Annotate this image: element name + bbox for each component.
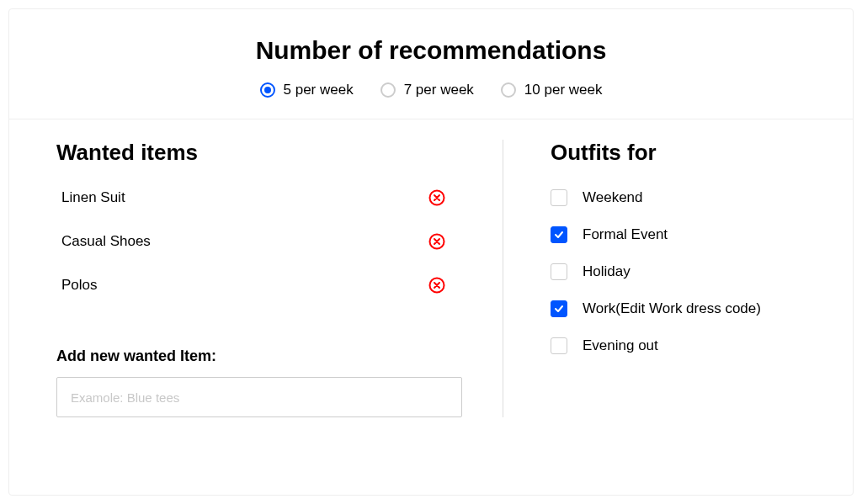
wanted-list: Linen Suit Casual Shoes Polos bbox=[56, 189, 462, 294]
outfits-list: Weekend Formal Event Holiday Wor bbox=[551, 189, 806, 354]
outfit-option-work[interactable]: Work(Edit Work dress code) bbox=[551, 300, 806, 317]
outfits-heading: Outfits for bbox=[551, 140, 806, 166]
wanted-item: Linen Suit bbox=[61, 189, 462, 206]
outfit-label: Formal Event bbox=[583, 226, 668, 243]
radio-label: 7 per week bbox=[404, 82, 474, 98]
checkbox-checked-icon bbox=[551, 226, 567, 243]
outfit-option-weekend[interactable]: Weekend bbox=[551, 189, 806, 206]
wanted-item: Casual Shoes bbox=[61, 233, 462, 250]
checkbox-checked-icon bbox=[551, 300, 567, 317]
settings-card: Number of recommendations 5 per week 7 p… bbox=[8, 8, 854, 496]
add-wanted-input[interactable] bbox=[56, 377, 462, 417]
radio-5-per-week[interactable]: 5 per week bbox=[260, 82, 354, 98]
remove-icon[interactable] bbox=[428, 233, 445, 250]
page-title: Number of recommendations bbox=[9, 36, 853, 65]
remove-icon[interactable] bbox=[428, 189, 445, 206]
radio-icon bbox=[380, 82, 396, 98]
wanted-item-name: Linen Suit bbox=[61, 189, 125, 206]
outfit-option-formal-event[interactable]: Formal Event bbox=[551, 226, 806, 243]
outfit-label: Weekend bbox=[583, 189, 643, 206]
radio-label: 5 per week bbox=[284, 82, 354, 98]
radio-icon bbox=[501, 82, 516, 98]
radio-7-per-week[interactable]: 7 per week bbox=[380, 82, 474, 98]
radio-10-per-week[interactable]: 10 per week bbox=[501, 82, 603, 98]
frequency-radio-group: 5 per week 7 per week 10 per week bbox=[9, 82, 853, 98]
recommendations-header: Number of recommendations 5 per week 7 p… bbox=[9, 36, 853, 119]
columns: Wanted items Linen Suit Casual Shoes Pol… bbox=[9, 119, 853, 417]
radio-label: 10 per week bbox=[524, 82, 603, 98]
outfit-label: Evening out bbox=[583, 337, 658, 354]
checkbox-icon bbox=[551, 189, 567, 206]
add-wanted-section: Add new wanted Item: bbox=[56, 347, 462, 417]
outfit-option-evening-out[interactable]: Evening out bbox=[551, 337, 806, 354]
wanted-item: Polos bbox=[61, 277, 462, 294]
checkbox-icon bbox=[551, 337, 567, 354]
checkbox-icon bbox=[551, 263, 567, 280]
radio-icon bbox=[260, 82, 275, 98]
outfit-label: Holiday bbox=[583, 263, 631, 280]
outfit-label: Work(Edit Work dress code) bbox=[583, 300, 761, 317]
add-wanted-label: Add new wanted Item: bbox=[56, 347, 462, 365]
wanted-heading: Wanted items bbox=[56, 140, 462, 166]
outfits-section: Outfits for Weekend Formal Event Holiday bbox=[503, 140, 806, 417]
wanted-items-section: Wanted items Linen Suit Casual Shoes Pol… bbox=[56, 140, 503, 417]
outfit-option-holiday[interactable]: Holiday bbox=[551, 263, 806, 280]
remove-icon[interactable] bbox=[428, 277, 445, 294]
wanted-item-name: Polos bbox=[61, 277, 98, 294]
wanted-item-name: Casual Shoes bbox=[61, 233, 151, 250]
